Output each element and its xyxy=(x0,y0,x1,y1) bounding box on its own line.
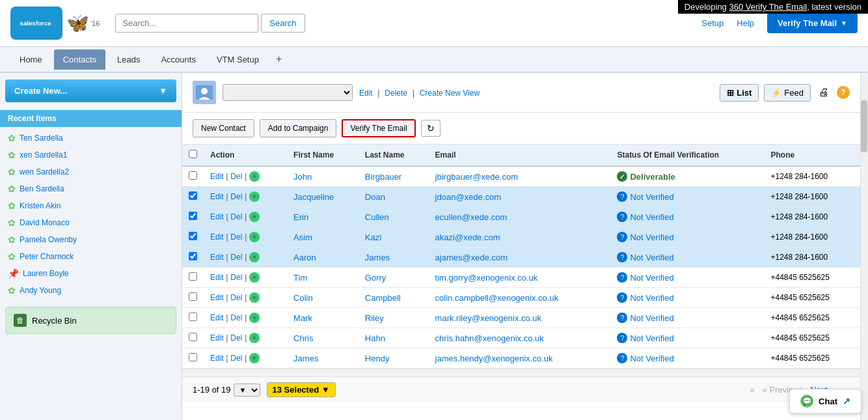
add-contact-button[interactable]: + xyxy=(249,232,260,242)
row-checkbox[interactable] xyxy=(189,212,197,220)
verify-the-mail-button[interactable]: Verify The Mail ▼ xyxy=(767,13,858,33)
email-link[interactable]: akazi@xede.com xyxy=(435,232,500,242)
last-name-link[interactable]: Riley xyxy=(365,313,384,323)
first-name-link[interactable]: Colin xyxy=(293,293,313,303)
view-select[interactable] xyxy=(223,84,353,101)
del-link[interactable]: Del xyxy=(230,253,242,262)
recent-item[interactable]: ✿ Ten Sardella xyxy=(0,130,182,147)
nav-item-contacts[interactable]: Contacts xyxy=(54,49,105,70)
edit-link[interactable]: Edit xyxy=(210,273,224,282)
edit-link[interactable]: Edit xyxy=(210,333,224,343)
edit-link[interactable]: Edit xyxy=(210,313,224,322)
first-name-link[interactable]: James xyxy=(293,354,318,363)
first-name-link[interactable]: Mark xyxy=(293,313,312,323)
first-name-link[interactable]: John xyxy=(293,172,312,182)
email-link[interactable]: mark.riley@xenogenix.co.uk xyxy=(435,313,541,323)
last-name-link[interactable]: Hahn xyxy=(365,333,385,343)
last-name-link[interactable]: James xyxy=(365,253,390,262)
email-link[interactable]: ajames@xede.com xyxy=(435,253,508,262)
dev-banner-link[interactable]: 360 Verify The Email xyxy=(729,2,807,12)
page-jump-select[interactable]: ▼ xyxy=(234,384,260,397)
create-new-view-link[interactable]: Create New View xyxy=(420,89,480,98)
del-link[interactable]: Del xyxy=(230,192,242,201)
last-name-link[interactable]: Birgbauer xyxy=(365,172,401,182)
delete-view-link[interactable]: Delete xyxy=(385,89,407,98)
add-contact-button[interactable]: + xyxy=(249,252,260,262)
last-name-link[interactable]: Campbell xyxy=(365,293,401,303)
last-name-link[interactable]: Hendy xyxy=(365,354,390,363)
first-name-link[interactable]: Asim xyxy=(293,232,312,242)
create-new-button[interactable]: Create New... ▼ xyxy=(5,79,176,102)
del-link[interactable]: Del xyxy=(230,232,242,242)
nav-item-home[interactable]: Home xyxy=(10,49,51,70)
recent-item-link[interactable]: Kristen Akin xyxy=(20,201,61,210)
row-checkbox[interactable] xyxy=(189,313,197,321)
recent-item-link[interactable]: Andy Young xyxy=(20,286,61,295)
row-checkbox[interactable] xyxy=(189,232,197,240)
row-checkbox[interactable] xyxy=(189,171,197,180)
last-name-link[interactable]: Cullen xyxy=(365,212,389,222)
email-link[interactable]: colin.campbell@xenogenix.co.uk xyxy=(435,293,559,303)
email-link[interactable]: james.hendy@xenogenix.co.uk xyxy=(435,354,553,363)
vertical-scrollbar[interactable] xyxy=(860,73,868,420)
add-contact-button[interactable]: + xyxy=(249,212,260,222)
edit-link[interactable]: Edit xyxy=(210,232,224,242)
email-link[interactable]: ecullen@xede.com xyxy=(435,212,508,222)
del-link[interactable]: Del xyxy=(230,273,242,282)
edit-link[interactable]: Edit xyxy=(210,253,224,262)
horizontal-scrollbar[interactable] xyxy=(182,369,860,376)
verify-email-button[interactable]: Verify The Email xyxy=(342,119,415,137)
email-link[interactable]: tim.gorry@xenogenix.co.uk xyxy=(435,273,538,283)
email-link[interactable]: chris.hahn@xenogenix.co.uk xyxy=(435,333,544,343)
recent-item-link[interactable]: Peter Charnock xyxy=(20,252,74,261)
last-name-link[interactable]: Gorry xyxy=(365,273,387,283)
first-name-link[interactable]: Erin xyxy=(293,212,308,222)
edit-link[interactable]: Edit xyxy=(210,212,224,221)
row-checkbox[interactable] xyxy=(189,252,197,260)
recent-item[interactable]: ✿ David Monaco xyxy=(0,214,182,231)
add-contact-button[interactable]: + xyxy=(249,313,260,323)
add-contact-button[interactable]: + xyxy=(249,171,260,182)
first-name-link[interactable]: Jacqueline xyxy=(293,192,334,202)
nav-add-button[interactable]: + xyxy=(271,51,287,68)
print-button[interactable]: 🖨 xyxy=(816,84,832,101)
recent-item[interactable]: ✿ Pamela Owenby xyxy=(0,231,182,248)
edit-link[interactable]: Edit xyxy=(210,293,224,302)
recent-item-link[interactable]: Ben Sardella xyxy=(20,184,64,193)
first-name-link[interactable]: Aaron xyxy=(293,253,316,262)
refresh-button[interactable]: ↻ xyxy=(421,120,441,137)
last-name-link[interactable]: Kazi xyxy=(365,232,381,242)
del-link[interactable]: Del xyxy=(230,333,242,343)
recent-item-link[interactable]: xen Sardella1 xyxy=(20,150,67,160)
recent-item[interactable]: ✿ Peter Charnock xyxy=(0,248,182,265)
row-checkbox[interactable] xyxy=(189,191,197,200)
recent-item-link[interactable]: Ten Sardella xyxy=(20,133,63,143)
add-contact-button[interactable]: + xyxy=(249,333,260,343)
add-to-campaign-button[interactable]: Add to Campaign xyxy=(260,119,337,137)
nav-item-vtm-setup[interactable]: VTM Setup xyxy=(208,49,268,70)
search-button[interactable]: Search xyxy=(261,14,305,33)
first-name-link[interactable]: Chris xyxy=(293,333,313,343)
setup-link[interactable]: Setup xyxy=(701,18,724,28)
row-checkbox[interactable] xyxy=(189,292,197,301)
select-all-checkbox[interactable] xyxy=(189,150,197,158)
recent-item[interactable]: ✿ Andy Young xyxy=(0,282,182,299)
help-circle-icon[interactable]: ? xyxy=(837,86,850,99)
row-checkbox[interactable] xyxy=(189,333,197,341)
row-checkbox[interactable] xyxy=(189,353,197,361)
del-link[interactable]: Del xyxy=(230,293,242,302)
del-link[interactable]: Del xyxy=(230,313,242,322)
edit-view-link[interactable]: Edit xyxy=(359,89,373,98)
recent-item-link[interactable]: David Monaco xyxy=(20,218,70,227)
recent-item-link[interactable]: wen Sardella2 xyxy=(20,167,69,176)
add-contact-button[interactable]: + xyxy=(249,292,260,303)
new-contact-button[interactable]: New Contact xyxy=(193,119,254,137)
selected-badge[interactable]: 13 Selected ▼ xyxy=(267,382,336,397)
email-link[interactable]: jbirgbauer@xede.com xyxy=(435,172,518,182)
recycle-bin[interactable]: 🗑 Recycle Bin xyxy=(5,307,176,334)
feed-view-button[interactable]: ⚡ Feed xyxy=(764,84,811,102)
chat-button[interactable]: 💬 Chat ↗ xyxy=(789,389,861,413)
nav-item-accounts[interactable]: Accounts xyxy=(152,49,204,70)
recent-item[interactable]: ✿ Ben Sardella xyxy=(0,180,182,197)
del-link[interactable]: Del xyxy=(230,172,242,181)
